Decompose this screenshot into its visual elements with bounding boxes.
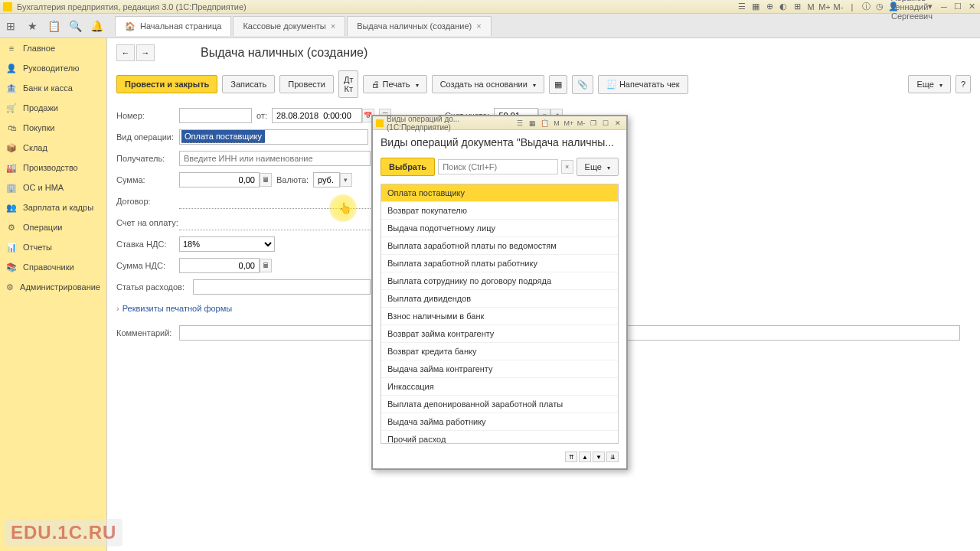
maximize-icon[interactable]: ☐	[952, 2, 963, 12]
print-button[interactable]: 🖨 Печать ▾	[363, 75, 426, 93]
clipboard-icon[interactable]: 📋	[43, 15, 64, 37]
vat-rate-select[interactable]: 18%	[179, 236, 275, 252]
list-item[interactable]: Возврат кредита банку	[381, 343, 618, 360]
icon-2[interactable]: ▦	[750, 2, 761, 12]
list-item[interactable]: Возврат займа контрагенту	[381, 325, 618, 343]
create-based-button[interactable]: Создать на основании ▾	[432, 75, 544, 93]
tab-close-icon[interactable]: ×	[476, 21, 481, 31]
print-requisites-link[interactable]: ›Реквизиты печатной формы	[116, 304, 232, 313]
sidebar-item-catalogs[interactable]: 📚Справочники	[0, 257, 106, 277]
sidebar-item-production[interactable]: 🏭Производство	[0, 158, 106, 178]
star-icon[interactable]: ★	[21, 15, 43, 37]
modal-icon-1[interactable]: ☰	[514, 118, 525, 129]
vat-sum-input[interactable]	[179, 258, 260, 273]
minimize-icon[interactable]: ─	[939, 2, 949, 12]
icon-4[interactable]: ◐	[778, 2, 789, 12]
sep: |	[847, 2, 858, 12]
nav-down-icon[interactable]: ▼	[593, 452, 605, 462]
attach-button[interactable]: 📎	[572, 75, 593, 94]
sidebar-item-bank[interactable]: 🏦Банк и касса	[0, 78, 106, 98]
modal-restore-icon[interactable]: ❐	[588, 118, 599, 129]
modal-max-icon[interactable]: ☐	[600, 118, 611, 129]
action-bar: Провести и закрыть Записать Провести ДтК…	[107, 67, 980, 101]
modal-more-button[interactable]: Еще ▾	[577, 158, 619, 176]
modal-mplus-icon[interactable]: M+	[564, 118, 574, 129]
apps-icon[interactable]: ⊞	[0, 15, 21, 37]
sidebar-item-admin[interactable]: ⚙Администрирование	[0, 277, 106, 297]
list-item[interactable]: Выплата сотруднику по договору подряда	[381, 272, 618, 290]
expense-input[interactable]	[193, 279, 371, 295]
grid-button[interactable]: ▦	[549, 75, 567, 94]
calc-icon[interactable]: 🖩	[260, 259, 272, 272]
m-minus-icon[interactable]: M-	[833, 2, 844, 12]
list-item[interactable]: Выплата заработной платы работнику	[381, 255, 618, 272]
list-item[interactable]: Инкассация	[381, 378, 618, 396]
bell-icon[interactable]: 🔔	[86, 15, 107, 37]
clock-icon[interactable]: ◷	[874, 2, 885, 12]
modal-icon-3[interactable]: 📋	[539, 118, 550, 129]
help-button[interactable]: ?	[956, 75, 971, 93]
nav-first-icon[interactable]: ⇈	[565, 452, 577, 462]
post-button[interactable]: Провести	[279, 75, 334, 93]
tab-close-icon[interactable]: ×	[331, 21, 335, 31]
currency-input[interactable]	[313, 172, 340, 187]
m-icon[interactable]: M	[805, 2, 816, 12]
list-item[interactable]: Выдача подотчетному лицу	[381, 220, 618, 237]
sidebar-item-operations[interactable]: ⚙Операции	[0, 217, 106, 237]
list-item[interactable]: Выплата дивидендов	[381, 290, 618, 308]
list-item[interactable]: Выдача займа работнику	[381, 413, 618, 431]
sidebar-item-sales[interactable]: 🛒Продажи	[0, 98, 106, 118]
modal-close-icon[interactable]: ✕	[612, 118, 623, 129]
list-item[interactable]: Выплата заработной платы по ведомостям	[381, 237, 618, 255]
operation-value[interactable]: Оплата поставщику	[181, 130, 265, 143]
more-button[interactable]: Еще ▾	[908, 75, 950, 93]
dropdown-icon[interactable]: ▾	[340, 173, 352, 187]
list-item[interactable]: Выплата депонированной заработной платы	[381, 396, 618, 413]
invoice-input[interactable]	[179, 215, 371, 230]
forward-button[interactable]: →	[136, 44, 155, 61]
dropdown-icon[interactable]: ▾	[925, 2, 936, 12]
list-item[interactable]: Взнос наличными в банк	[381, 308, 618, 325]
modal-m-icon[interactable]: M	[551, 118, 562, 129]
receipt-button[interactable]: 🧾 Напечатать чек	[598, 75, 688, 94]
sidebar-item-assets[interactable]: 🏢ОС и НМА	[0, 178, 106, 197]
modal-icon-2[interactable]: ▦	[527, 118, 537, 129]
search-icon[interactable]: 🔍	[64, 15, 86, 37]
number-input[interactable]	[179, 108, 252, 123]
back-button[interactable]: ←	[116, 44, 135, 61]
list-item[interactable]: Возврат покупателю	[381, 202, 618, 220]
invoice-label: Счет на оплату:	[116, 218, 179, 227]
select-button[interactable]: Выбрать	[381, 158, 435, 176]
nav-up-icon[interactable]: ▲	[579, 452, 591, 462]
list-item[interactable]: Выдача займа контрагенту	[381, 360, 618, 378]
clear-search-icon[interactable]: ×	[561, 160, 573, 174]
sidebar-item-manager[interactable]: 👤Руководителю	[0, 58, 106, 78]
sidebar-item-purchases[interactable]: 🛍Покупки	[0, 118, 106, 138]
calc-icon[interactable]: 🖩	[260, 173, 272, 187]
help-icon[interactable]: ⓘ	[861, 2, 871, 12]
tab-home[interactable]: 🏠 Начальная страница	[115, 16, 231, 36]
dt-kt-button[interactable]: ДтКт	[338, 70, 359, 98]
icon-5[interactable]: ⊞	[792, 2, 802, 12]
save-button[interactable]: Записать	[222, 75, 275, 93]
list-item[interactable]: Оплата поставщику	[381, 184, 618, 202]
nav-last-icon[interactable]: ⇊	[606, 452, 619, 462]
modal-search-input[interactable]	[438, 159, 557, 174]
sidebar-item-salary[interactable]: 👥Зарплата и кадры	[0, 197, 106, 217]
m-plus-icon[interactable]: M+	[819, 2, 830, 12]
date-input[interactable]	[272, 108, 362, 123]
modal-mminus-icon[interactable]: M-	[576, 118, 586, 129]
recipient-input[interactable]	[179, 151, 371, 166]
sidebar-item-warehouse[interactable]: 📦Склад	[0, 138, 106, 158]
tab-cash-docs[interactable]: Кассовые документы ×	[233, 16, 345, 36]
sum-input[interactable]	[179, 172, 260, 187]
sidebar-item-main[interactable]: ≡Главное	[0, 38, 106, 58]
icon-3[interactable]: ⊕	[764, 2, 775, 12]
icon-1[interactable]: ☰	[737, 2, 747, 12]
create-based-label: Создать на основании	[440, 80, 528, 89]
tab-cash-out[interactable]: Выдача наличных (создание) ×	[347, 16, 492, 36]
post-close-button[interactable]: Провести и закрыть	[116, 75, 217, 93]
list-item[interactable]: Прочий расход	[381, 431, 618, 444]
sidebar-item-reports[interactable]: 📊Отчеты	[0, 237, 106, 257]
close-icon[interactable]: ✕	[966, 2, 977, 12]
